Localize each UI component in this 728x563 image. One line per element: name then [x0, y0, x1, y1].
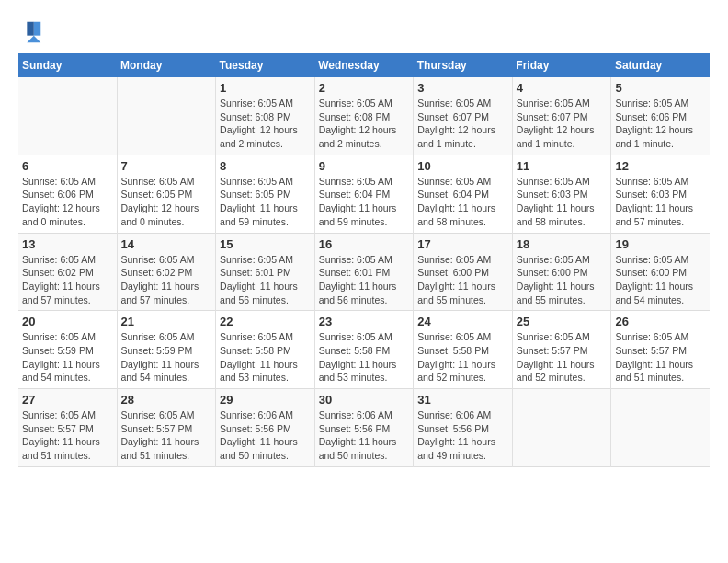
day-number: 4 — [517, 81, 608, 95]
day-info: Sunrise: 6:05 AM Sunset: 6:02 PM Dayligh… — [121, 253, 212, 307]
day-info: Sunrise: 6:06 AM Sunset: 5:56 PM Dayligh… — [417, 408, 508, 463]
page-header — [18, 18, 710, 44]
day-number: 9 — [319, 159, 410, 173]
calendar-week-row: 13Sunrise: 6:05 AM Sunset: 6:02 PM Dayli… — [18, 233, 710, 311]
calendar-cell: 2Sunrise: 6:05 AM Sunset: 6:08 PM Daylig… — [314, 77, 414, 155]
day-info: Sunrise: 6:05 AM Sunset: 6:03 PM Dayligh… — [517, 175, 608, 229]
day-info: Sunrise: 6:05 AM Sunset: 5:57 PM Dayligh… — [615, 330, 706, 385]
calendar-cell: 1Sunrise: 6:05 AM Sunset: 6:08 PM Daylig… — [216, 77, 315, 155]
day-number: 31 — [417, 393, 508, 407]
calendar-cell: 17Sunrise: 6:05 AM Sunset: 6:00 PM Dayli… — [414, 233, 513, 311]
calendar-cell: 25Sunrise: 6:05 AM Sunset: 5:57 PM Dayli… — [512, 311, 611, 389]
calendar-cell — [512, 389, 611, 467]
day-number: 5 — [615, 81, 706, 95]
calendar-cell: 7Sunrise: 6:05 AM Sunset: 6:05 PM Daylig… — [117, 155, 216, 233]
day-info: Sunrise: 6:05 AM Sunset: 5:57 PM Dayligh… — [517, 330, 608, 385]
day-info: Sunrise: 6:05 AM Sunset: 6:06 PM Dayligh… — [615, 97, 706, 151]
day-number: 7 — [121, 159, 212, 173]
day-info: Sunrise: 6:05 AM Sunset: 5:59 PM Dayligh… — [121, 330, 212, 385]
day-info: Sunrise: 6:05 AM Sunset: 6:08 PM Dayligh… — [220, 97, 311, 151]
day-number: 22 — [220, 315, 311, 328]
weekday-header: Monday — [117, 53, 216, 77]
weekday-header-row: SundayMondayTuesdayWednesdayThursdayFrid… — [18, 53, 710, 77]
calendar-week-row: 27Sunrise: 6:05 AM Sunset: 5:57 PM Dayli… — [18, 389, 710, 467]
day-number: 20 — [22, 315, 113, 328]
day-number: 8 — [220, 159, 311, 173]
day-info: Sunrise: 6:05 AM Sunset: 6:01 PM Dayligh… — [220, 253, 311, 307]
day-number: 10 — [417, 159, 508, 173]
day-info: Sunrise: 6:05 AM Sunset: 6:00 PM Dayligh… — [517, 253, 608, 307]
day-number: 29 — [220, 393, 311, 407]
calendar-cell: 4Sunrise: 6:05 AM Sunset: 6:07 PM Daylig… — [512, 77, 611, 155]
calendar-cell: 31Sunrise: 6:06 AM Sunset: 5:56 PM Dayli… — [414, 389, 513, 467]
day-number: 1 — [220, 81, 311, 95]
day-number: 3 — [417, 81, 508, 95]
day-number: 24 — [417, 315, 508, 328]
day-info: Sunrise: 6:05 AM Sunset: 6:04 PM Dayligh… — [319, 175, 410, 229]
calendar-cell: 19Sunrise: 6:05 AM Sunset: 6:00 PM Dayli… — [611, 233, 710, 311]
day-number: 15 — [220, 237, 311, 251]
day-number: 25 — [517, 315, 608, 328]
day-number: 19 — [615, 237, 706, 251]
day-info: Sunrise: 6:05 AM Sunset: 6:08 PM Dayligh… — [319, 97, 410, 151]
weekday-header: Friday — [512, 53, 611, 77]
calendar-cell: 21Sunrise: 6:05 AM Sunset: 5:59 PM Dayli… — [117, 311, 216, 389]
svg-marker-2 — [27, 36, 40, 42]
calendar-cell: 6Sunrise: 6:05 AM Sunset: 6:06 PM Daylig… — [18, 155, 117, 233]
calendar-cell: 20Sunrise: 6:05 AM Sunset: 5:59 PM Dayli… — [18, 311, 117, 389]
calendar-cell: 12Sunrise: 6:05 AM Sunset: 6:03 PM Dayli… — [611, 155, 710, 233]
day-number: 11 — [517, 159, 608, 173]
weekday-header: Tuesday — [216, 53, 315, 77]
day-info: Sunrise: 6:05 AM Sunset: 6:00 PM Dayligh… — [417, 253, 508, 307]
day-info: Sunrise: 6:05 AM Sunset: 6:02 PM Dayligh… — [22, 253, 113, 307]
day-info: Sunrise: 6:05 AM Sunset: 6:07 PM Dayligh… — [417, 97, 508, 151]
day-info: Sunrise: 6:05 AM Sunset: 6:07 PM Dayligh… — [517, 97, 608, 151]
calendar-cell: 18Sunrise: 6:05 AM Sunset: 6:00 PM Dayli… — [512, 233, 611, 311]
day-info: Sunrise: 6:05 AM Sunset: 6:05 PM Dayligh… — [121, 175, 212, 229]
calendar-cell: 24Sunrise: 6:05 AM Sunset: 5:58 PM Dayli… — [414, 311, 513, 389]
svg-marker-0 — [34, 22, 40, 36]
day-number: 21 — [121, 315, 212, 328]
day-info: Sunrise: 6:05 AM Sunset: 5:58 PM Dayligh… — [417, 330, 508, 385]
calendar-cell — [18, 77, 117, 155]
day-number: 16 — [319, 237, 410, 251]
logo — [18, 18, 48, 44]
day-info: Sunrise: 6:05 AM Sunset: 6:01 PM Dayligh… — [319, 253, 410, 307]
weekday-header: Saturday — [611, 53, 710, 77]
calendar-cell: 11Sunrise: 6:05 AM Sunset: 6:03 PM Dayli… — [512, 155, 611, 233]
day-number: 23 — [319, 315, 410, 328]
day-number: 6 — [22, 159, 113, 173]
calendar-cell — [117, 77, 216, 155]
calendar-cell: 28Sunrise: 6:05 AM Sunset: 5:57 PM Dayli… — [117, 389, 216, 467]
calendar-week-row: 6Sunrise: 6:05 AM Sunset: 6:06 PM Daylig… — [18, 155, 710, 233]
day-number: 27 — [22, 393, 113, 407]
day-number: 30 — [319, 393, 410, 407]
calendar-cell: 15Sunrise: 6:05 AM Sunset: 6:01 PM Dayli… — [216, 233, 315, 311]
calendar-week-row: 20Sunrise: 6:05 AM Sunset: 5:59 PM Dayli… — [18, 311, 710, 389]
day-info: Sunrise: 6:05 AM Sunset: 6:06 PM Dayligh… — [22, 175, 113, 229]
calendar-cell: 9Sunrise: 6:05 AM Sunset: 6:04 PM Daylig… — [314, 155, 414, 233]
weekday-header: Thursday — [414, 53, 513, 77]
calendar-cell: 23Sunrise: 6:05 AM Sunset: 5:58 PM Dayli… — [314, 311, 414, 389]
calendar-cell: 8Sunrise: 6:05 AM Sunset: 6:05 PM Daylig… — [216, 155, 315, 233]
day-info: Sunrise: 6:05 AM Sunset: 5:58 PM Dayligh… — [220, 330, 311, 385]
calendar-cell — [611, 389, 710, 467]
calendar-cell: 29Sunrise: 6:06 AM Sunset: 5:56 PM Dayli… — [216, 389, 315, 467]
day-number: 12 — [615, 159, 706, 173]
calendar-cell: 22Sunrise: 6:05 AM Sunset: 5:58 PM Dayli… — [216, 311, 315, 389]
day-info: Sunrise: 6:05 AM Sunset: 5:58 PM Dayligh… — [319, 330, 410, 385]
day-number: 17 — [417, 237, 508, 251]
day-number: 2 — [319, 81, 410, 95]
calendar-week-row: 1Sunrise: 6:05 AM Sunset: 6:08 PM Daylig… — [18, 77, 710, 155]
day-number: 13 — [22, 237, 113, 251]
logo-icon — [18, 18, 44, 44]
calendar-cell: 13Sunrise: 6:05 AM Sunset: 6:02 PM Dayli… — [18, 233, 117, 311]
day-info: Sunrise: 6:05 AM Sunset: 5:59 PM Dayligh… — [22, 330, 113, 385]
weekday-header: Wednesday — [314, 53, 414, 77]
day-number: 26 — [615, 315, 706, 328]
day-info: Sunrise: 6:06 AM Sunset: 5:56 PM Dayligh… — [220, 408, 311, 463]
day-info: Sunrise: 6:05 AM Sunset: 6:05 PM Dayligh… — [220, 175, 311, 229]
calendar-cell: 27Sunrise: 6:05 AM Sunset: 5:57 PM Dayli… — [18, 389, 117, 467]
day-number: 14 — [121, 237, 212, 251]
calendar-cell: 14Sunrise: 6:05 AM Sunset: 6:02 PM Dayli… — [117, 233, 216, 311]
